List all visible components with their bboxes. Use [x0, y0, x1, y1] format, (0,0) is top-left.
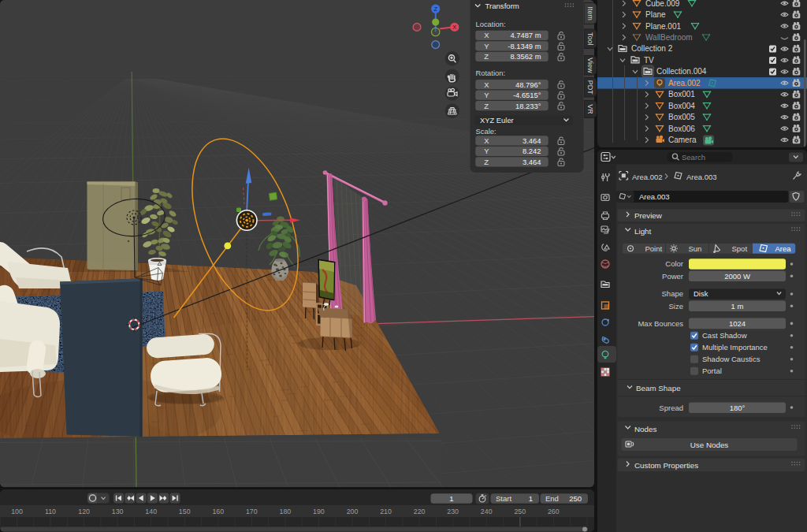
svg-text:X: X — [484, 80, 489, 89]
svg-text:Item: Item — [586, 6, 594, 20]
svg-text:Beam Shape: Beam Shape — [636, 384, 681, 392]
svg-text:Box004: Box004 — [668, 102, 695, 110]
svg-text:Box001: Box001 — [668, 90, 695, 99]
svg-text:Z: Z — [484, 52, 489, 61]
svg-text:190: 190 — [313, 508, 325, 515]
svg-text:-4.6515°: -4.6515° — [513, 91, 541, 99]
svg-text:Area.002: Area.002 — [632, 173, 663, 181]
svg-text:Search: Search — [682, 153, 705, 162]
svg-text:Light: Light — [634, 227, 652, 236]
svg-text:Area.002: Area.002 — [668, 79, 701, 87]
svg-text:-8.1349 m: -8.1349 m — [508, 42, 541, 50]
svg-text:Preview: Preview — [634, 211, 663, 220]
svg-text:Camera: Camera — [668, 136, 697, 144]
svg-text:1024: 1024 — [729, 319, 746, 328]
svg-text:View: View — [586, 58, 594, 73]
svg-text:Tool: Tool — [586, 32, 594, 46]
svg-text:Y: Y — [484, 91, 489, 99]
svg-text:Color: Color — [665, 259, 683, 268]
svg-text:1 m: 1 m — [731, 302, 744, 311]
svg-text:Transform: Transform — [485, 2, 519, 10]
svg-text:8.3562 m: 8.3562 m — [510, 52, 541, 61]
svg-text:170: 170 — [246, 508, 258, 515]
svg-text:X: X — [484, 136, 489, 145]
svg-text:Rotation:: Rotation: — [476, 69, 506, 77]
svg-text:100: 100 — [11, 508, 23, 515]
svg-text:220: 220 — [414, 508, 426, 515]
svg-text:Start: Start — [496, 494, 511, 503]
svg-text:3.464: 3.464 — [523, 158, 541, 166]
svg-text:18.233°: 18.233° — [515, 102, 541, 110]
svg-text:X: X — [452, 24, 456, 31]
svg-text:240: 240 — [481, 508, 493, 515]
svg-text:130: 130 — [112, 508, 124, 515]
svg-text:120: 120 — [78, 508, 90, 515]
svg-text:Multiple Importance: Multiple Importance — [702, 343, 768, 352]
svg-text:4.7487 m: 4.7487 m — [510, 31, 541, 39]
svg-text:2000 W: 2000 W — [724, 272, 750, 281]
svg-text:Size: Size — [669, 302, 683, 311]
svg-text:Spot: Spot — [732, 244, 748, 253]
svg-text:Y: Y — [484, 42, 489, 50]
svg-text:150: 150 — [179, 508, 191, 515]
svg-text:1: 1 — [529, 494, 533, 503]
svg-text:Nodes: Nodes — [634, 425, 656, 433]
svg-text:Power: Power — [662, 272, 683, 281]
svg-text:WallBedroom: WallBedroom — [645, 33, 693, 42]
svg-text:110: 110 — [45, 508, 56, 515]
svg-text:140: 140 — [145, 508, 157, 515]
svg-text:Area.003: Area.003 — [686, 173, 717, 181]
svg-text:3.464: 3.464 — [523, 136, 541, 145]
svg-text:VR: VR — [586, 104, 594, 114]
svg-text:48.796°: 48.796° — [515, 80, 541, 89]
svg-text:X: X — [484, 31, 489, 39]
svg-text:Portal: Portal — [702, 366, 722, 375]
svg-text:Spread: Spread — [659, 404, 683, 412]
svg-text:Shadow Caustics: Shadow Caustics — [702, 355, 761, 363]
svg-text:Disk: Disk — [694, 289, 708, 298]
svg-text:Use Nodes: Use Nodes — [690, 441, 729, 449]
svg-text:End: End — [545, 494, 559, 503]
svg-text:200: 200 — [347, 508, 359, 515]
svg-text:Scale:: Scale: — [476, 127, 496, 136]
svg-text:1: 1 — [449, 494, 453, 503]
svg-text:Box006: Box006 — [668, 125, 695, 133]
svg-text:Location:: Location: — [476, 20, 506, 28]
svg-text:160: 160 — [212, 508, 224, 515]
svg-text:Box005: Box005 — [668, 113, 695, 121]
svg-text:210: 210 — [380, 508, 392, 515]
svg-text:230: 230 — [447, 508, 459, 515]
svg-text:TV: TV — [644, 56, 654, 65]
svg-text:Shape: Shape — [662, 289, 683, 298]
svg-text:Z: Z — [484, 158, 489, 166]
svg-text:Z: Z — [484, 102, 489, 110]
svg-text:Custom Properties: Custom Properties — [634, 461, 698, 470]
svg-text:180: 180 — [280, 508, 292, 515]
svg-text:Point: Point — [645, 244, 663, 253]
svg-text:Sun: Sun — [689, 244, 702, 253]
svg-text:Plane.001: Plane.001 — [645, 22, 681, 31]
svg-text:Collection 2: Collection 2 — [631, 44, 673, 53]
svg-text:PDT: PDT — [586, 80, 594, 95]
svg-text:260: 260 — [548, 508, 560, 515]
svg-text:8.242: 8.242 — [523, 147, 541, 155]
svg-text:Max Bounces: Max Bounces — [638, 319, 683, 328]
svg-text:Area: Area — [775, 244, 792, 253]
svg-text:180°: 180° — [730, 404, 746, 412]
svg-text:Area.003: Area.003 — [639, 192, 670, 201]
svg-text:Y: Y — [484, 147, 489, 155]
svg-text:250: 250 — [569, 494, 582, 503]
svg-text:Plane: Plane — [645, 10, 666, 19]
svg-text:Cube.009: Cube.009 — [645, 0, 680, 8]
svg-text:Z: Z — [433, 6, 437, 13]
svg-text:XYZ Euler: XYZ Euler — [480, 116, 514, 125]
svg-text:Collection.004: Collection.004 — [656, 67, 707, 76]
svg-text:250: 250 — [514, 508, 526, 515]
svg-text:Cast Shadow: Cast Shadow — [702, 331, 747, 340]
